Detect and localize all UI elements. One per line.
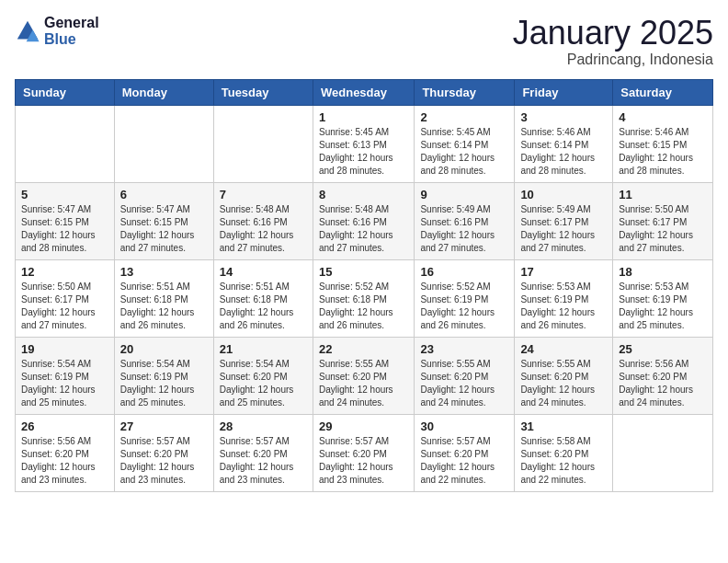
calendar-cell: 5Sunrise: 5:47 AM Sunset: 6:15 PM Daylig… bbox=[16, 182, 115, 259]
day-info: Sunrise: 5:51 AM Sunset: 6:18 PM Dayligh… bbox=[120, 281, 208, 332]
day-info: Sunrise: 5:57 AM Sunset: 6:20 PM Dayligh… bbox=[120, 435, 208, 487]
day-number: 2 bbox=[420, 110, 508, 124]
day-info: Sunrise: 5:57 AM Sunset: 6:20 PM Dayligh… bbox=[220, 435, 307, 487]
day-info: Sunrise: 5:46 AM Sunset: 6:15 PM Dayligh… bbox=[619, 126, 707, 178]
calendar-week-row: 5Sunrise: 5:47 AM Sunset: 6:15 PM Daylig… bbox=[16, 182, 713, 259]
day-info: Sunrise: 5:52 AM Sunset: 6:18 PM Dayligh… bbox=[319, 281, 408, 332]
day-info: Sunrise: 5:45 AM Sunset: 6:13 PM Dayligh… bbox=[319, 126, 408, 178]
day-info: Sunrise: 5:55 AM Sunset: 6:20 PM Dayligh… bbox=[520, 358, 607, 409]
day-info: Sunrise: 5:49 AM Sunset: 6:16 PM Dayligh… bbox=[420, 203, 508, 255]
calendar-cell: 24Sunrise: 5:55 AM Sunset: 6:20 PM Dayli… bbox=[515, 337, 613, 414]
calendar-week-row: 19Sunrise: 5:54 AM Sunset: 6:19 PM Dayli… bbox=[16, 337, 713, 414]
day-number: 17 bbox=[520, 265, 607, 279]
day-number: 16 bbox=[420, 265, 508, 279]
calendar-cell: 7Sunrise: 5:48 AM Sunset: 6:16 PM Daylig… bbox=[213, 182, 313, 259]
day-info: Sunrise: 5:58 AM Sunset: 6:20 PM Dayligh… bbox=[520, 435, 607, 487]
day-number: 7 bbox=[220, 188, 307, 201]
calendar-cell: 13Sunrise: 5:51 AM Sunset: 6:18 PM Dayli… bbox=[114, 259, 213, 337]
day-header-monday: Monday bbox=[114, 79, 213, 105]
calendar-cell: 28Sunrise: 5:57 AM Sunset: 6:20 PM Dayli… bbox=[213, 414, 313, 491]
calendar-week-row: 1Sunrise: 5:45 AM Sunset: 6:13 PM Daylig… bbox=[16, 105, 713, 182]
day-number: 3 bbox=[520, 110, 607, 124]
day-info: Sunrise: 5:45 AM Sunset: 6:14 PM Dayligh… bbox=[420, 126, 508, 178]
day-number: 30 bbox=[420, 419, 508, 433]
calendar-cell bbox=[114, 105, 213, 182]
logo: General Blue bbox=[15, 15, 99, 48]
calendar-cell: 27Sunrise: 5:57 AM Sunset: 6:20 PM Dayli… bbox=[114, 414, 213, 491]
calendar-cell: 11Sunrise: 5:50 AM Sunset: 6:17 PM Dayli… bbox=[613, 182, 713, 259]
calendar-cell: 22Sunrise: 5:55 AM Sunset: 6:20 PM Dayli… bbox=[313, 337, 414, 414]
day-number: 24 bbox=[520, 342, 607, 356]
day-number: 12 bbox=[21, 265, 108, 279]
day-info: Sunrise: 5:49 AM Sunset: 6:17 PM Dayligh… bbox=[520, 203, 607, 255]
calendar-cell: 21Sunrise: 5:54 AM Sunset: 6:20 PM Dayli… bbox=[213, 337, 313, 414]
day-number: 26 bbox=[21, 419, 108, 433]
day-number: 21 bbox=[220, 342, 307, 356]
day-info: Sunrise: 5:55 AM Sunset: 6:20 PM Dayligh… bbox=[319, 358, 408, 409]
calendar-cell: 17Sunrise: 5:53 AM Sunset: 6:19 PM Dayli… bbox=[515, 259, 613, 337]
day-number: 14 bbox=[220, 265, 307, 279]
calendar-cell: 4Sunrise: 5:46 AM Sunset: 6:15 PM Daylig… bbox=[613, 105, 713, 182]
day-header-friday: Friday bbox=[515, 79, 613, 105]
day-number: 13 bbox=[120, 265, 208, 279]
day-info: Sunrise: 5:54 AM Sunset: 6:19 PM Dayligh… bbox=[21, 358, 108, 409]
day-info: Sunrise: 5:54 AM Sunset: 6:20 PM Dayligh… bbox=[220, 358, 307, 409]
day-number: 8 bbox=[319, 188, 408, 201]
day-number: 18 bbox=[619, 265, 707, 279]
calendar-cell: 25Sunrise: 5:56 AM Sunset: 6:20 PM Dayli… bbox=[613, 337, 713, 414]
day-info: Sunrise: 5:48 AM Sunset: 6:16 PM Dayligh… bbox=[220, 203, 307, 255]
day-info: Sunrise: 5:53 AM Sunset: 6:19 PM Dayligh… bbox=[619, 281, 707, 332]
day-number: 10 bbox=[520, 188, 607, 201]
day-info: Sunrise: 5:57 AM Sunset: 6:20 PM Dayligh… bbox=[319, 435, 408, 487]
logo-icon bbox=[15, 18, 40, 44]
day-info: Sunrise: 5:47 AM Sunset: 6:15 PM Dayligh… bbox=[21, 203, 108, 255]
title-block: January 2025 Padrincang, Indonesia bbox=[513, 15, 713, 68]
calendar-cell: 9Sunrise: 5:49 AM Sunset: 6:16 PM Daylig… bbox=[415, 182, 515, 259]
calendar-table: SundayMondayTuesdayWednesdayThursdayFrid… bbox=[15, 79, 713, 492]
day-number: 15 bbox=[319, 265, 408, 279]
calendar-cell: 2Sunrise: 5:45 AM Sunset: 6:14 PM Daylig… bbox=[415, 105, 515, 182]
calendar-cell: 26Sunrise: 5:56 AM Sunset: 6:20 PM Dayli… bbox=[16, 414, 115, 491]
day-info: Sunrise: 5:50 AM Sunset: 6:17 PM Dayligh… bbox=[21, 281, 108, 332]
day-info: Sunrise: 5:56 AM Sunset: 6:20 PM Dayligh… bbox=[619, 358, 707, 409]
day-info: Sunrise: 5:54 AM Sunset: 6:19 PM Dayligh… bbox=[120, 358, 208, 409]
day-number: 1 bbox=[319, 110, 408, 124]
day-header-saturday: Saturday bbox=[613, 79, 713, 105]
day-number: 25 bbox=[619, 342, 707, 356]
calendar-cell: 20Sunrise: 5:54 AM Sunset: 6:19 PM Dayli… bbox=[114, 337, 213, 414]
day-info: Sunrise: 5:50 AM Sunset: 6:17 PM Dayligh… bbox=[619, 203, 707, 255]
day-info: Sunrise: 5:47 AM Sunset: 6:15 PM Dayligh… bbox=[120, 203, 208, 255]
day-info: Sunrise: 5:57 AM Sunset: 6:20 PM Dayligh… bbox=[420, 435, 508, 487]
calendar-cell: 23Sunrise: 5:55 AM Sunset: 6:20 PM Dayli… bbox=[415, 337, 515, 414]
logo-text: General Blue bbox=[44, 15, 99, 48]
calendar-cell: 15Sunrise: 5:52 AM Sunset: 6:18 PM Dayli… bbox=[313, 259, 414, 337]
day-info: Sunrise: 5:48 AM Sunset: 6:16 PM Dayligh… bbox=[319, 203, 408, 255]
day-info: Sunrise: 5:52 AM Sunset: 6:19 PM Dayligh… bbox=[420, 281, 508, 332]
calendar-cell: 18Sunrise: 5:53 AM Sunset: 6:19 PM Dayli… bbox=[613, 259, 713, 337]
day-number: 6 bbox=[120, 188, 208, 201]
calendar-cell bbox=[213, 105, 313, 182]
day-info: Sunrise: 5:53 AM Sunset: 6:19 PM Dayligh… bbox=[520, 281, 607, 332]
calendar-week-row: 12Sunrise: 5:50 AM Sunset: 6:17 PM Dayli… bbox=[16, 259, 713, 337]
calendar-cell: 30Sunrise: 5:57 AM Sunset: 6:20 PM Dayli… bbox=[415, 414, 515, 491]
month-title: January 2025 bbox=[513, 15, 713, 52]
day-header-thursday: Thursday bbox=[415, 79, 515, 105]
calendar-cell: 10Sunrise: 5:49 AM Sunset: 6:17 PM Dayli… bbox=[515, 182, 613, 259]
day-info: Sunrise: 5:46 AM Sunset: 6:14 PM Dayligh… bbox=[520, 126, 607, 178]
day-number: 27 bbox=[120, 419, 208, 433]
day-number: 31 bbox=[520, 419, 607, 433]
calendar-cell: 31Sunrise: 5:58 AM Sunset: 6:20 PM Dayli… bbox=[515, 414, 613, 491]
calendar-cell: 1Sunrise: 5:45 AM Sunset: 6:13 PM Daylig… bbox=[313, 105, 414, 182]
day-number: 29 bbox=[319, 419, 408, 433]
day-number: 22 bbox=[319, 342, 408, 356]
day-info: Sunrise: 5:51 AM Sunset: 6:18 PM Dayligh… bbox=[220, 281, 307, 332]
calendar-cell bbox=[613, 414, 713, 491]
day-header-wednesday: Wednesday bbox=[313, 79, 414, 105]
calendar-week-row: 26Sunrise: 5:56 AM Sunset: 6:20 PM Dayli… bbox=[16, 414, 713, 491]
day-number: 20 bbox=[120, 342, 208, 356]
day-number: 5 bbox=[21, 188, 108, 201]
page-header: General Blue January 2025 Padrincang, In… bbox=[15, 15, 713, 68]
day-header-tuesday: Tuesday bbox=[213, 79, 313, 105]
calendar-cell: 16Sunrise: 5:52 AM Sunset: 6:19 PM Dayli… bbox=[415, 259, 515, 337]
location-subtitle: Padrincang, Indonesia bbox=[513, 52, 713, 68]
